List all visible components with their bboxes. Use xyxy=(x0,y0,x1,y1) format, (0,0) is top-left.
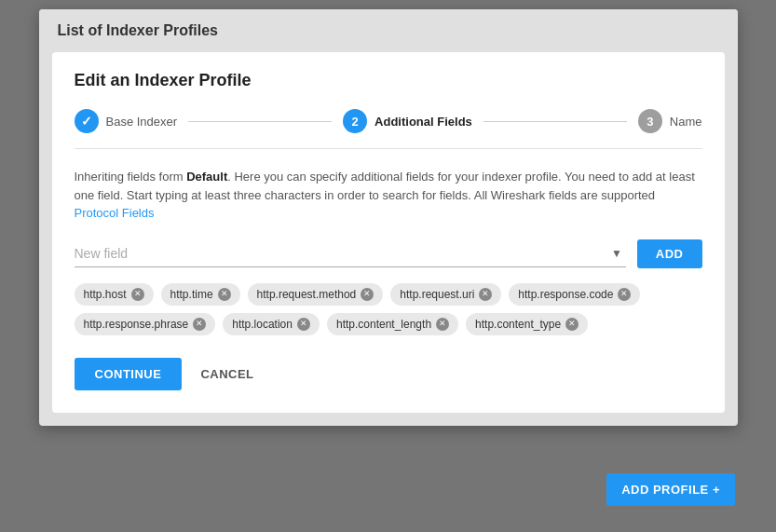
add-profile-button[interactable]: ADD PROFILE + xyxy=(606,473,735,506)
step-line-1 xyxy=(188,121,332,122)
add-button[interactable]: ADD xyxy=(637,239,702,268)
protocol-fields-link[interactable]: Protocol Fields xyxy=(75,206,155,220)
overlay: List of Indexer Profiles Edit an Indexer… xyxy=(0,0,776,532)
step-3-circle: 3 xyxy=(638,109,662,133)
tag-label-t3: http.request.method xyxy=(257,288,357,301)
tag-t1: http.host✕ xyxy=(75,283,154,306)
stepper: ✓ Base Indexer 2 Additional Fields 3 xyxy=(75,109,702,149)
panel-title: List of Indexer Profiles xyxy=(58,22,218,38)
step-2: 2 Additional Fields xyxy=(343,109,472,133)
field-input-wrapper: ▼ xyxy=(75,240,626,267)
continue-button[interactable]: CONTINUE xyxy=(75,358,183,390)
tag-remove-t9[interactable]: ✕ xyxy=(565,318,579,331)
step-line-2 xyxy=(483,121,627,122)
step-2-circle: 2 xyxy=(343,109,367,133)
cancel-button[interactable]: CANCEL xyxy=(197,358,257,390)
step-2-number: 2 xyxy=(351,115,358,129)
tag-t8: http.content_length✕ xyxy=(327,313,458,335)
step-1-checkmark: ✓ xyxy=(81,114,92,129)
tag-remove-t6[interactable]: ✕ xyxy=(193,318,206,331)
info-text: Inheriting fields form Default. Here you… xyxy=(75,168,702,223)
tag-label-t1: http.host xyxy=(84,288,127,301)
step-3-label: Name xyxy=(670,115,702,129)
tag-remove-t3[interactable]: ✕ xyxy=(361,288,374,301)
outer-panel: List of Indexer Profiles Edit an Indexer… xyxy=(39,9,738,426)
tag-label-t5: http.response.code xyxy=(518,288,613,301)
tag-t9: http.content_type✕ xyxy=(466,313,588,335)
input-row: ▼ ADD xyxy=(75,239,702,268)
tag-t7: http.location✕ xyxy=(223,313,320,335)
info-text-part1: Inheriting fields form xyxy=(75,170,187,184)
inner-panel: Edit an Indexer Profile ✓ Base Indexer 2… xyxy=(52,52,725,413)
tag-t4: http.request.uri✕ xyxy=(390,283,501,306)
info-text-bold: Default xyxy=(186,170,227,184)
tag-label-t2: http.time xyxy=(170,288,213,301)
step-1: ✓ Base Indexer xyxy=(75,109,178,133)
panel-header: List of Indexer Profiles xyxy=(39,9,738,52)
step-1-circle: ✓ xyxy=(75,109,99,133)
step-3: 3 Name xyxy=(638,109,702,133)
tag-remove-t8[interactable]: ✕ xyxy=(436,318,449,331)
tag-remove-t4[interactable]: ✕ xyxy=(479,288,492,301)
tag-t2: http.time✕ xyxy=(161,283,240,306)
tag-label-t6: http.response.phrase xyxy=(84,318,189,331)
tag-label-t4: http.request.uri xyxy=(400,288,474,301)
tag-label-t8: http.content_length xyxy=(336,318,431,331)
action-row: CONTINUE CANCEL xyxy=(75,358,702,390)
tag-t3: http.request.method✕ xyxy=(248,283,384,306)
tag-label-t7: http.location xyxy=(232,318,293,331)
tag-label-t9: http.content_type xyxy=(475,318,561,331)
tags-container: http.host✕http.time✕http.request.method✕… xyxy=(75,283,702,335)
step-1-label: Base Indexer xyxy=(106,115,178,129)
tag-remove-t1[interactable]: ✕ xyxy=(131,288,144,301)
dialog-title: Edit an Indexer Profile xyxy=(75,71,702,90)
tag-remove-t7[interactable]: ✕ xyxy=(297,318,310,331)
tag-t6: http.response.phrase✕ xyxy=(75,313,216,335)
new-field-input[interactable] xyxy=(75,240,626,267)
step-2-label: Additional Fields xyxy=(374,115,472,129)
tag-remove-t2[interactable]: ✕ xyxy=(218,288,231,301)
tag-remove-t5[interactable]: ✕ xyxy=(618,288,631,301)
step-3-number: 3 xyxy=(647,115,653,129)
tag-t5: http.response.code✕ xyxy=(509,283,640,306)
